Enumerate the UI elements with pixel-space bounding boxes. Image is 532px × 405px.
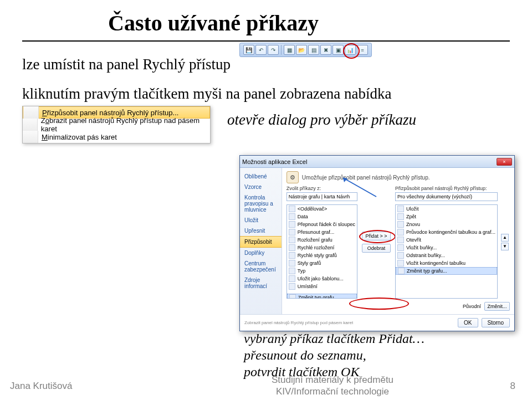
dialog-heading: Umožňuje přizpůsobit panel nástrojů Rych… <box>302 175 430 181</box>
save-template-icon <box>289 275 295 282</box>
undo-icon[interactable]: ↶ <box>255 45 267 55</box>
open-icon <box>397 237 404 243</box>
insert-pivot-icon <box>397 260 404 266</box>
ok-button[interactable]: OK <box>458 318 478 327</box>
current-commands-list[interactable]: Uložit Zpět Znovu Průvodce kontingenční … <box>395 204 498 299</box>
dialog-titlebar[interactable]: Možnosti aplikace Excel × <box>240 156 514 168</box>
grid-icon[interactable]: ▦ <box>284 45 295 55</box>
menu-item-show-above[interactable]: Zobrazit panel nástrojů Rychlý přístup n… <box>23 119 210 131</box>
remove-button[interactable]: Odebrat <box>362 244 391 253</box>
list-item: <Oddělovač> <box>287 205 357 213</box>
menu-icon <box>23 119 38 131</box>
pivot-icon[interactable]: ▣ <box>332 45 344 55</box>
list-item-change-chart-type[interactable]: Změnit typ grafu... <box>287 294 357 299</box>
customize-for-select[interactable]: Pro všechny dokumenty (výchozí) <box>395 192 498 201</box>
list-item: Data <box>287 213 357 221</box>
caption-line-1: vybraný příkaz tlačítkem Přidat… <box>244 330 510 347</box>
change-chart-type-icon <box>398 268 405 274</box>
sidebar-item-formulas[interactable]: Vzorce <box>240 182 282 192</box>
context-menu: Přizpůsobit panel nástrojů Rychlý přístu… <box>22 106 211 143</box>
reset-button[interactable]: Změnit... <box>484 302 510 311</box>
separator <box>281 45 282 55</box>
list-item: Rozložení grafu <box>287 236 357 244</box>
type-icon <box>289 268 295 274</box>
data-icon <box>289 213 295 220</box>
layout-icon <box>289 237 295 243</box>
switch-icon <box>289 221 295 228</box>
list-item: Uložit jako šablonu... <box>287 275 357 283</box>
footer-center-2: KIV/Informační technologie <box>166 386 499 397</box>
customize-for-label: Přizpůsobit panel nástrojů Rychlý přístu… <box>395 186 498 191</box>
sidebar-item-proofing[interactable]: Kontrola pravopisu a mluvnice <box>240 192 282 215</box>
list-item: Typ <box>287 267 357 275</box>
text-line-3: otevře dialog pro výběr příkazu <box>227 111 416 129</box>
close-icon[interactable]: × <box>497 158 512 166</box>
sidebar-item-advanced[interactable]: Upřesnit <box>240 225 282 236</box>
move-up-button[interactable]: ▲ <box>501 234 509 242</box>
menu-icon <box>23 131 38 143</box>
cancel-button[interactable]: Storno <box>482 318 510 327</box>
footer-author: Jana Krutišová <box>0 381 166 392</box>
sidebar-item-addins[interactable]: Doplňky <box>240 248 282 258</box>
list-item: Vložit kontingenční tabulku <box>396 259 497 267</box>
dialog-title: Možnosti aplikace Excel <box>242 158 307 165</box>
save-icon[interactable]: 💾 <box>243 45 254 55</box>
sidebar-item-resources[interactable]: Zdroje informací <box>240 275 282 291</box>
list-item: Znovu <box>396 221 497 228</box>
text-line-2: kliknutím pravým tlačítkem myši na panel… <box>22 85 510 102</box>
sheet-icon[interactable]: ▤ <box>308 45 319 55</box>
list-item: Přepnout řádek či sloupec <box>287 221 357 228</box>
quick-access-toolbar: 💾 ↶ ↷ ▦ 📂 ▤ ✖ ▣ 📊 ≡ <box>239 43 372 57</box>
list-item: Otevřít <box>396 236 497 244</box>
page-number: 8 <box>499 381 532 392</box>
list-item: Vložit buňky... <box>396 244 497 252</box>
list-item: Umístění <box>287 283 357 290</box>
move-down-button[interactable]: ▼ <box>501 243 509 250</box>
options-dialog: Možnosti aplikace Excel × Oblíbené Vzorc… <box>239 155 515 331</box>
sidebar-item-save[interactable]: Uložit <box>240 215 282 225</box>
save-icon <box>397 206 404 212</box>
available-commands-list[interactable]: <Oddělovač> Data Přepnout řádek či sloup… <box>287 204 357 299</box>
change-chart-type-icon <box>289 294 296 299</box>
list-item: Rychlé styly grafů <box>287 252 357 259</box>
slide-title: Často užívané příkazy <box>22 10 510 40</box>
add-button[interactable]: Přidat > > <box>362 232 391 240</box>
styles-icon <box>289 260 295 266</box>
gear-icon: ⚙ <box>287 171 299 183</box>
sidebar-item-trust[interactable]: Centrum zabezpečení <box>240 258 282 275</box>
insert-cells-icon <box>397 244 404 251</box>
footer-center-1: Studijní materiály k předmětu <box>166 375 499 386</box>
quick-styles-icon <box>289 252 295 259</box>
text-line-1: lze umístit na panel Rychlý přístup <box>22 56 231 73</box>
list-item: Průvodce kontingenční tabulkou a graf... <box>396 228 497 236</box>
undo-icon <box>397 213 404 220</box>
chart-icon[interactable]: 📊 <box>345 45 356 55</box>
list-item: Odstranit buňky... <box>396 252 497 259</box>
sidebar-item-favorites[interactable]: Oblíbené <box>240 171 282 182</box>
open-icon[interactable]: 📂 <box>296 45 307 55</box>
clear-icon[interactable]: ✖ <box>320 45 331 55</box>
reset-label: Původní <box>463 304 481 309</box>
list-item: Styly grafů <box>287 259 357 267</box>
list-item: Zpět <box>396 213 497 221</box>
move-chart-icon <box>289 229 295 235</box>
list-item: Přesunout graf... <box>287 228 357 236</box>
delete-cells-icon <box>397 252 404 259</box>
pivot-wizard-icon <box>397 229 404 235</box>
redo-icon[interactable]: ↷ <box>268 45 279 55</box>
sidebar-item-customize[interactable]: Přizpůsobit <box>240 236 282 248</box>
separator-icon <box>289 206 295 212</box>
redo-icon <box>397 221 404 228</box>
list-item: Rychlé rozložení <box>287 244 357 252</box>
slide-footer: Jana Krutišová Studijní materiály k před… <box>0 375 532 397</box>
quick-layout-icon <box>289 244 295 251</box>
choose-from-label: Zvolit příkazy z: <box>287 186 357 191</box>
dialog-sidebar: Oblíbené Vzorce Kontrola pravopisu a mlu… <box>240 168 282 314</box>
location-icon <box>289 283 295 290</box>
choose-from-select[interactable]: Nástroje grafu | karta Návrh <box>287 192 357 201</box>
caption-line-2: přesunout do seznamu, <box>244 347 510 363</box>
footer-checkbox-label[interactable]: Zobrazit panel nástrojů Rychlý přístup p… <box>244 320 454 325</box>
list-item-change-chart-type[interactable]: Změnit typ grafu... <box>396 267 497 275</box>
menu-icon <box>23 106 39 119</box>
caption-block: vybraný příkaz tlačítkem Přidat… přesuno… <box>244 330 510 380</box>
